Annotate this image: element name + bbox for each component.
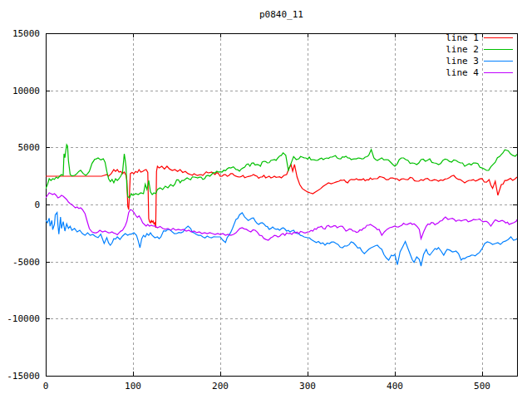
plot-window: -15000-10000-500005000100001500001002003… <box>0 0 532 399</box>
series-line-4 <box>46 193 517 240</box>
y-tick-label: -10000 <box>7 313 40 324</box>
legend-label: line 3 <box>446 56 479 66</box>
legend-item-line-2: line 2 <box>446 44 513 55</box>
series-line-2 <box>46 145 517 198</box>
legend-item-line-3: line 3 <box>446 56 513 66</box>
y-tick-label: 15000 <box>12 28 40 39</box>
chart-title: p0840_11 <box>259 9 303 20</box>
y-tick-label: 5000 <box>18 142 41 153</box>
y-tick-label: 10000 <box>12 86 40 96</box>
chart-canvas: -15000-10000-500005000100001500001002003… <box>0 0 532 399</box>
x-tick-label: 200 <box>212 381 229 392</box>
x-tick-label: 400 <box>387 381 403 392</box>
legend-label: line 2 <box>446 44 479 55</box>
legend-item-line-4: line 4 <box>446 67 513 78</box>
legend-label: line 4 <box>446 67 479 78</box>
x-tick-label: 500 <box>474 381 490 392</box>
series-line-3 <box>46 213 517 266</box>
y-tick-label: 0 <box>34 200 40 210</box>
grid-lines <box>46 33 517 376</box>
y-tick-label: -5000 <box>12 257 40 268</box>
legend-label: line 1 <box>446 32 479 43</box>
legend: line 1line 2line 3line 4 <box>446 32 513 78</box>
y-tick-label: -15000 <box>7 371 40 382</box>
x-tick-label: 300 <box>299 381 316 392</box>
x-tick-label: 0 <box>43 381 49 392</box>
x-tick-label: 100 <box>125 381 141 392</box>
